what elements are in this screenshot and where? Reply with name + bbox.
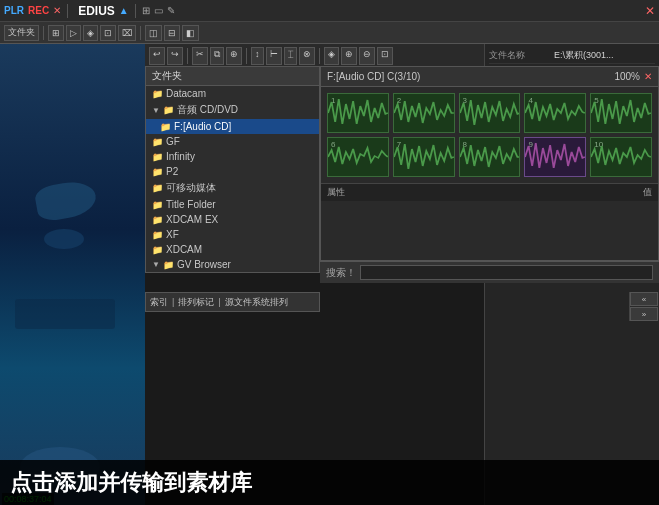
nav-prev-btn[interactable]: « xyxy=(630,292,658,306)
plr-label: PLR xyxy=(4,5,24,16)
wave-9 xyxy=(525,138,585,176)
tb-sep3 xyxy=(319,48,320,64)
acd-track-6[interactable]: 6 xyxy=(327,137,389,177)
fb-gf-label: GF xyxy=(166,136,180,147)
fb-xdcamex[interactable]: 📁 XDCAM EX xyxy=(146,212,319,227)
split-btn[interactable]: ⌶ xyxy=(284,47,297,65)
acd-close-btn[interactable]: ✕ xyxy=(644,71,652,82)
folder-icon-p2: 📁 xyxy=(152,167,163,177)
folder-icon-mobile: 📁 xyxy=(152,183,163,193)
acd-track-5[interactable]: 5 xyxy=(590,93,652,133)
copy-btn[interactable]: ⧉ xyxy=(210,47,224,65)
atb-sep2 xyxy=(140,26,141,40)
folder-icon-xdcam: 📁 xyxy=(152,245,163,255)
fb-infinity-label: Infinity xyxy=(166,151,195,162)
fb-audiocd-folder[interactable]: ▼ 📁 音频 CD/DVD xyxy=(146,101,319,119)
fb-xdcamex-label: XDCAM EX xyxy=(166,214,218,225)
sort-marker-label[interactable]: 排列标记 xyxy=(178,296,214,309)
zoom-out-btn[interactable]: ⊖ xyxy=(359,47,375,65)
arrow-gvbrowser: ▼ xyxy=(152,260,160,269)
fb-titlefolder[interactable]: 📁 Title Folder xyxy=(146,197,319,212)
acd-track-1[interactable]: 1 xyxy=(327,93,389,133)
zoom-in-btn[interactable]: ⊕ xyxy=(341,47,357,65)
paste-btn[interactable]: ⊕ xyxy=(226,47,242,65)
sort-source-label[interactable]: 源文件系统排列 xyxy=(225,296,288,309)
subtitle-bar: 点击添加并传输到素材库 xyxy=(0,460,659,505)
rp-filename-row: 文件名称 E:\累积(3001... xyxy=(489,48,655,64)
acd-track-9[interactable]: 9 xyxy=(524,137,586,177)
nav-next-btn[interactable]: » xyxy=(630,307,658,321)
acd-track-8[interactable]: 8 xyxy=(459,137,521,177)
fb-mobile[interactable]: 📁 可移动媒体 xyxy=(146,179,319,197)
sep1 xyxy=(67,4,68,18)
fb-header: 文件夹 xyxy=(146,67,319,86)
edit-icon[interactable]: ✎ xyxy=(167,5,175,16)
tb-icon2[interactable]: ▷ xyxy=(66,25,81,41)
tb-icon6[interactable]: ◫ xyxy=(145,25,162,41)
tb-icon5[interactable]: ⌧ xyxy=(118,25,136,41)
fb-p2-label: P2 xyxy=(166,166,178,177)
tb-icon7[interactable]: ⊟ xyxy=(164,25,180,41)
select-btn[interactable]: ↕ xyxy=(251,47,264,65)
acd-title: F:[Audio CD] C(3/10) xyxy=(327,71,614,82)
sep2 xyxy=(135,4,136,18)
fb-gvbrowser[interactable]: ▼ 📁 GV Browser xyxy=(146,257,319,272)
fb-audiocd-label: 音频 CD/DVD xyxy=(177,103,238,117)
app-toolbar: 文件夹 ⊞ ▷ ◈ ⊡ ⌧ ◫ ⊟ ◧ xyxy=(0,22,659,44)
file-browser: 文件夹 📁 Datacam ▼ 📁 音频 CD/DVD 📁 F:[Audio C… xyxy=(145,66,320,273)
folder-icon-titlefolder: 📁 xyxy=(152,200,163,210)
folder-icon-faudiocd: 📁 xyxy=(160,122,171,132)
acd-track-2[interactable]: 2 xyxy=(393,93,455,133)
sort-sep: | xyxy=(172,297,174,307)
fit-btn[interactable]: ⊡ xyxy=(377,47,393,65)
tb-icon1[interactable]: ⊞ xyxy=(48,25,64,41)
marker-btn[interactable]: ◈ xyxy=(324,47,339,65)
fb-xf[interactable]: 📁 XF xyxy=(146,227,319,242)
prop-header: 属性 xyxy=(327,186,643,199)
trim-btn[interactable]: ⊢ xyxy=(266,47,282,65)
grid-icon[interactable]: ⊞ xyxy=(142,5,150,16)
close-icon-top[interactable]: ✕ xyxy=(53,5,61,16)
tb-icon8[interactable]: ◧ xyxy=(182,25,199,41)
fb-xdcam[interactable]: 📁 XDCAM xyxy=(146,242,319,257)
top-bar: PLR REC ✕ EDIUS ▲ ⊞ ▭ ✎ ✕ xyxy=(0,0,659,22)
redo-btn[interactable]: ↪ xyxy=(167,47,183,65)
acd-track-7[interactable]: 7 xyxy=(393,137,455,177)
edit-toolbar: ↩ ↪ ✂ ⧉ ⊕ ↕ ⊢ ⌶ ⊗ ◈ ⊕ ⊖ ⊡ xyxy=(145,44,484,68)
arrow-audiocd: ▼ xyxy=(152,106,160,115)
wave-2 xyxy=(394,94,454,132)
preview-panel: 00:08:37:04 ⏮ ◀ ▶ ▶▶ ⏭ xyxy=(0,44,145,505)
folder-icon-xf: 📁 xyxy=(152,230,163,240)
search-input[interactable] xyxy=(360,265,653,280)
prop-value-header: 值 xyxy=(643,186,652,199)
wave-5 xyxy=(591,94,651,132)
preview-video: 00:08:37:04 xyxy=(0,44,145,505)
file-menu[interactable]: 文件夹 xyxy=(4,25,39,41)
layout-icon[interactable]: ▭ xyxy=(154,5,163,16)
fb-faudiocd-selected[interactable]: 📁 F:[Audio CD] xyxy=(146,119,319,134)
fb-infinity[interactable]: 📁 Infinity xyxy=(146,149,319,164)
tb-icon3[interactable]: ◈ xyxy=(83,25,98,41)
wave-6 xyxy=(328,138,388,176)
undo-btn[interactable]: ↩ xyxy=(149,47,165,65)
wave-8 xyxy=(460,138,520,176)
delete-btn[interactable]: ⊗ xyxy=(299,47,315,65)
acd-track-grid: 1 2 3 xyxy=(321,87,658,183)
wave-7 xyxy=(394,138,454,176)
fb-gf[interactable]: 📁 GF xyxy=(146,134,319,149)
fb-p2[interactable]: 📁 P2 xyxy=(146,164,319,179)
tb-icon4[interactable]: ⊡ xyxy=(100,25,116,41)
folder-icon-datacam: 📁 xyxy=(152,89,163,99)
acd-track-4[interactable]: 4 xyxy=(524,93,586,133)
rp-filename-label: 文件名称 xyxy=(489,49,554,62)
wave-10 xyxy=(591,138,651,176)
sort-trim-label[interactable]: 索引 xyxy=(150,296,168,309)
main-area: 00:08:37:04 ⏮ ◀ ▶ ▶▶ ⏭ ↩ ↪ ✂ ⧉ ⊕ ↕ ⊢ ⌶ ⊗… xyxy=(0,44,659,505)
acd-track-3[interactable]: 3 xyxy=(459,93,521,133)
fb-datacam[interactable]: 📁 Datacam xyxy=(146,86,319,101)
cut-btn[interactable]: ✂ xyxy=(192,47,208,65)
acd-zoom: 100% xyxy=(614,71,640,82)
tb-sep2 xyxy=(246,48,247,64)
acd-track-10[interactable]: 10 xyxy=(590,137,652,177)
close-icon-app[interactable]: ✕ xyxy=(645,4,655,18)
